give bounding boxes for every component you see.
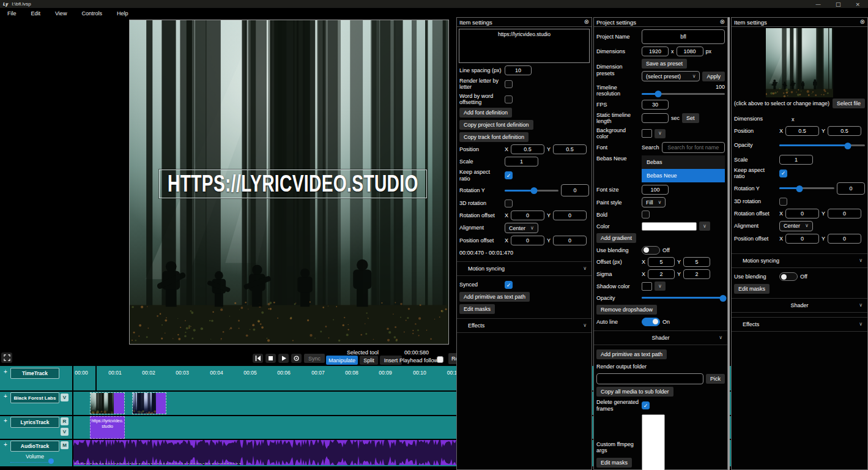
position-y-input[interactable] [828, 126, 861, 136]
lyric-overlay-text[interactable]: HTTPS://LYRICVIDEO.STUDIO [168, 171, 418, 197]
track-name-audio[interactable]: AudioTrack [10, 441, 59, 452]
fps-input[interactable] [642, 100, 669, 110]
lyrics-clip[interactable]: https://lyricvideo.studio [90, 416, 125, 439]
width-input[interactable] [642, 47, 669, 56]
set-length-button[interactable]: Set [682, 113, 699, 123]
timeline-ruler[interactable]: 00:00 00:01 00:02 00:03 00:04 00:05 00:0… [0, 366, 456, 390]
apply-preset-button[interactable]: Apply [702, 72, 725, 81]
preset-select[interactable]: (select preset) ∨ [642, 71, 700, 81]
select-file-button[interactable]: Select file [833, 99, 865, 108]
add-item-button[interactable]: + [2, 368, 9, 375]
render-output-input[interactable] [596, 373, 703, 384]
keep-aspect-checkbox[interactable]: ✓ [779, 170, 787, 177]
rotation-y-input[interactable] [561, 184, 589, 196]
project-name-input[interactable] [642, 29, 725, 44]
tool-insert[interactable]: Insert [380, 356, 402, 365]
3d-rotation-checkbox[interactable] [779, 198, 787, 206]
use-blending-toggle[interactable] [642, 246, 660, 255]
volume-automation-line[interactable] [10, 462, 48, 463]
scale-input[interactable] [505, 157, 538, 166]
track-visibility-button[interactable]: V [61, 428, 69, 436]
tool-split[interactable]: Split [360, 356, 378, 365]
timeline-resolution-slider[interactable] [642, 90, 725, 97]
position-offset-x-input[interactable] [511, 236, 544, 245]
add-font-definition-button[interactable]: Add font definition [459, 108, 512, 118]
static-length-input[interactable] [642, 113, 669, 123]
play-button[interactable] [278, 354, 289, 363]
shader-section[interactable]: Shader ∨ [732, 298, 867, 313]
motion-syncing-section[interactable]: Motion syncing ∨ [732, 253, 867, 268]
position-x-input[interactable] [511, 144, 544, 154]
edit-masks-button[interactable]: Edit masks [459, 304, 495, 314]
add-item-button[interactable]: + [2, 441, 9, 448]
height-input[interactable] [677, 47, 703, 56]
edit-masks-button[interactable]: Edit masks [596, 458, 632, 468]
text-selection-box[interactable]: HTTPS://LYRICVIDEO.STUDIO [159, 170, 427, 198]
skip-start-button[interactable] [253, 354, 263, 363]
menu-help[interactable]: Help [109, 10, 136, 17]
rotation-y-slider[interactable] [779, 185, 834, 192]
minimize-icon[interactable]: — [815, 1, 821, 7]
text-color-dropdown[interactable]: ∨ [699, 222, 710, 231]
position-x-input[interactable] [785, 126, 819, 136]
track-record-button[interactable]: R [61, 417, 69, 425]
sigma-x-input[interactable] [648, 269, 675, 279]
panel-scrollbar[interactable] [728, 17, 730, 470]
opacity-slider[interactable] [779, 142, 865, 149]
scale-input[interactable] [779, 155, 813, 165]
image-clip-1[interactable] [90, 392, 125, 414]
copy-track-font-button[interactable]: Copy track font definition [459, 132, 529, 142]
menu-file[interactable]: File [0, 10, 24, 17]
rotation-offset-y-input[interactable] [828, 209, 861, 218]
effects-section[interactable]: Effects ∨ [457, 318, 592, 333]
close-icon[interactable]: × [855, 1, 860, 7]
video-preview[interactable]: HTTPS://LYRICVIDEO.STUDIO [129, 20, 449, 345]
close-panel-icon[interactable]: ⊗ [584, 19, 589, 25]
stop-button[interactable] [265, 354, 276, 363]
rotation-offset-y-input[interactable] [553, 211, 587, 220]
expand-timeline-button[interactable] [1, 352, 12, 363]
font-list-item-selected[interactable]: Bebas Neue [642, 169, 725, 182]
shadow-color-swatch[interactable] [642, 282, 652, 291]
track-name-image[interactable]: Black Forest Labs [10, 392, 59, 403]
record-button[interactable] [291, 354, 302, 363]
remove-dropshadow-button[interactable]: Remove dropshadow [596, 305, 657, 315]
font-list-item[interactable]: Bebas [642, 155, 725, 169]
add-item-button[interactable]: + [2, 417, 9, 424]
offset-y-input[interactable] [683, 257, 710, 267]
playhead-follows-checkbox[interactable] [437, 356, 443, 363]
sigma-y-input[interactable] [683, 269, 710, 279]
edit-masks-button[interactable]: Edit masks [734, 284, 770, 294]
shadow-opacity-slider[interactable] [642, 294, 725, 302]
track-visibility-button[interactable]: V [61, 394, 69, 401]
menu-controls[interactable]: Controls [74, 10, 109, 17]
background-color-dropdown[interactable]: ∨ [655, 129, 666, 138]
text-color-swatch[interactable] [642, 222, 697, 231]
audio-waveform-clip[interactable] [73, 440, 456, 465]
keep-aspect-checkbox[interactable]: ✓ [505, 171, 513, 179]
save-preset-button[interactable]: Save as preset [642, 59, 687, 69]
tool-manipulate[interactable]: Manipulate [326, 356, 358, 365]
track-name-timetrack[interactable]: TimeTrack [10, 368, 59, 379]
3d-rotation-checkbox[interactable] [505, 200, 513, 207]
copy-project-font-button[interactable]: Copy project font definition [459, 120, 533, 130]
rotation-offset-x-input[interactable] [785, 209, 819, 218]
use-blending-toggle[interactable] [779, 272, 798, 281]
font-search-input[interactable] [662, 142, 725, 153]
font-size-input[interactable] [642, 185, 669, 195]
background-color-swatch[interactable] [642, 129, 652, 138]
bold-checkbox[interactable] [642, 211, 650, 218]
add-item-button[interactable]: + [2, 393, 9, 400]
motion-syncing-section[interactable]: Motion syncing ∨ [457, 261, 592, 276]
position-offset-y-input[interactable] [553, 236, 587, 245]
close-panel-icon[interactable]: ⊗ [860, 19, 865, 25]
offset-x-input[interactable] [648, 257, 675, 267]
rotation-y-slider[interactable] [505, 187, 558, 194]
add-gradient-button[interactable]: Add gradient [596, 233, 636, 243]
shadow-color-dropdown[interactable]: ∨ [655, 282, 666, 291]
position-offset-y-input[interactable] [828, 234, 861, 244]
playhead-marker[interactable] [95, 366, 97, 390]
delete-frames-checkbox[interactable]: ✓ [642, 401, 650, 409]
maximize-icon[interactable]: □ [836, 1, 841, 7]
position-y-input[interactable] [553, 144, 587, 154]
